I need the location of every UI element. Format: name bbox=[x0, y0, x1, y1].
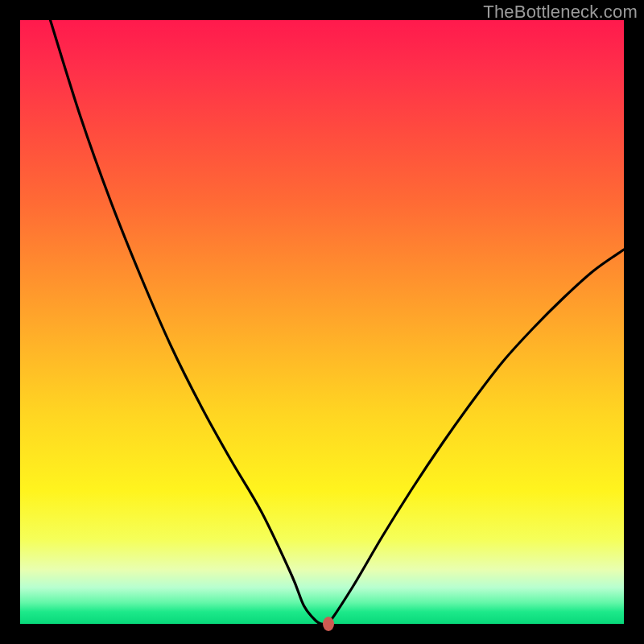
chart-frame: TheBottleneck.com bbox=[0, 0, 644, 644]
minimum-marker bbox=[323, 617, 334, 631]
watermark-text: TheBottleneck.com bbox=[483, 2, 638, 23]
bottleneck-curve bbox=[20, 20, 624, 624]
plot-area bbox=[20, 20, 624, 624]
